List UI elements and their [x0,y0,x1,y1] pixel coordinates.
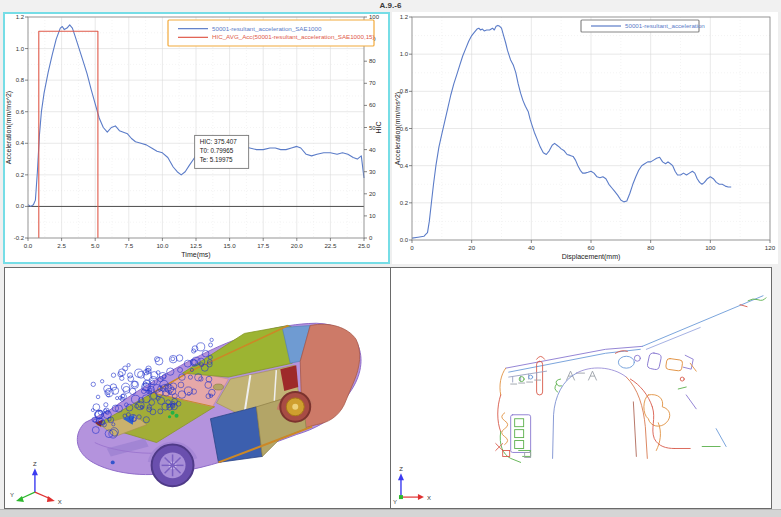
svg-text:0.0: 0.0 [16,203,25,209]
front-wheel [152,445,194,487]
svg-text:20: 20 [369,191,376,197]
svg-text:7.5: 7.5 [124,242,133,249]
svg-text:60: 60 [588,244,595,251]
svg-text:1.0: 1.0 [400,51,409,57]
svg-text:10: 10 [369,213,376,219]
time-chart-canvas[interactable]: 0.02.55.07.510.012.515.017.520.022.525.0… [3,12,390,264]
axis-triad: Z Y X [10,461,62,505]
legend-entry-label: 50001-resultant_acceleration [625,22,705,29]
page-title: A.9.-6 [380,1,402,10]
svg-text:-0.2: -0.2 [14,235,25,241]
svg-text:1.2: 1.2 [400,14,409,20]
wireframe-canvas[interactable]: Z Y X [391,268,771,508]
triad-x-label: X [58,499,62,505]
svg-text:0: 0 [410,244,414,251]
car-model [77,323,361,486]
svg-text:2.5: 2.5 [57,242,66,249]
svg-text:0.8: 0.8 [400,88,409,94]
svg-text:40: 40 [528,244,535,251]
legend-entry-label: 50001-resultant_acceleration_SAE1000 [212,25,322,32]
svg-text:100: 100 [369,14,380,20]
axis-triad: Z Y X [393,466,431,505]
triad-z-label: Z [33,461,37,467]
svg-text:15.0: 15.0 [224,242,237,249]
svg-text:100: 100 [705,244,716,251]
svg-text:30: 30 [369,169,376,175]
legend[interactable]: 50001-resultant_acceleration [581,20,705,32]
svg-text:20: 20 [468,244,475,251]
svg-text:Te: 5.19975: Te: 5.19975 [200,156,233,163]
svg-text:0.4: 0.4 [16,140,25,146]
legend[interactable]: 50001-resultant_acceleration_SAE1000HIC_… [168,20,375,46]
wireframe-model [496,296,766,463]
svg-text:20.0: 20.0 [291,242,304,249]
bottom-bar [0,509,781,517]
chart-panel-displacement[interactable]: 0204060801001200.00.20.40.60.81.01.2Disp… [392,12,778,264]
triad-z-label: Z [399,466,403,472]
svg-text:0.6: 0.6 [16,109,25,115]
svg-text:80: 80 [369,58,376,64]
svg-text:0.4: 0.4 [400,163,409,169]
svg-text:10.0: 10.0 [156,242,169,249]
displacement-chart-canvas[interactable]: 0204060801001200.00.20.40.60.81.01.2Disp… [392,12,778,264]
chart-panel-time-history[interactable]: 0.02.55.07.510.012.515.017.520.022.525.0… [3,12,390,264]
svg-text:12.5: 12.5 [190,242,203,249]
svg-text:0.6: 0.6 [400,126,409,132]
svg-text:22.5: 22.5 [324,242,337,249]
y-axis-title: Acceleration(mm/ms^2) [394,92,402,165]
y-axis-title: Acceleration(mm/ms^2) [5,91,13,164]
title-bar: A.9.-6 [0,0,781,12]
hic-annotation[interactable]: HIC: 375.407T0: 0.79965Te: 5.19975 [195,135,249,168]
y2-axis-title: HIC [375,121,382,133]
svg-text:HIC: 375.407: HIC: 375.407 [200,138,238,145]
side-mirror [213,384,223,390]
svg-text:1.2: 1.2 [16,14,25,20]
svg-text:T0: 0.79965: T0: 0.79965 [200,147,234,154]
svg-text:80: 80 [647,244,654,251]
svg-text:0.0: 0.0 [24,242,33,249]
svg-text:60: 60 [369,102,376,108]
x-axis-title: Time(ms) [181,251,210,259]
svg-text:17.5: 17.5 [257,242,270,249]
triad-y-label: Y [10,492,14,498]
x-axis-title: Displacement(mm) [562,253,621,261]
viewport-wireframe-section[interactable]: Z Y X [390,267,772,509]
viewport-3d-car-model[interactable]: Z Y X [4,267,391,509]
svg-text:0.2: 0.2 [400,200,409,206]
fog-light [111,460,115,464]
svg-text:70: 70 [369,80,376,86]
svg-text:1.0: 1.0 [16,46,25,52]
legend-entry-label: HIC_AVG_Acc(50001-resultant_acceleration… [212,33,375,40]
svg-text:120: 120 [765,244,776,251]
triad-x-label: X [427,495,431,501]
car-model-canvas[interactable]: Z Y X [5,268,390,508]
svg-text:5.0: 5.0 [91,242,100,249]
triad-y-label: Y [393,499,397,505]
svg-text:40: 40 [369,147,376,153]
svg-text:0.2: 0.2 [16,172,25,178]
svg-text:0.0: 0.0 [400,237,409,243]
svg-text:25.0: 25.0 [358,242,371,249]
rear-wheel [280,392,310,422]
svg-text:0.8: 0.8 [16,77,25,83]
